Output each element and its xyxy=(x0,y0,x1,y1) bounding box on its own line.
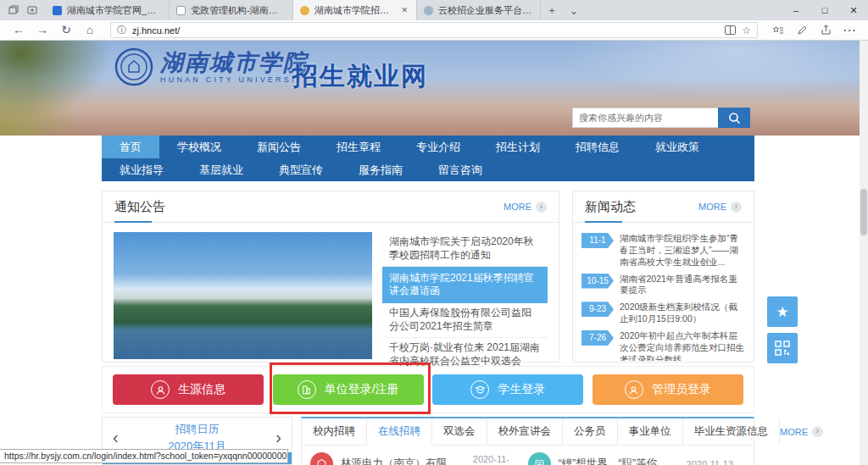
tab-online-recruit-active[interactable]: 在线招聘 xyxy=(367,418,432,446)
university-name: 湖南城市学院 HUNAN CITY UNIVERSITY xyxy=(160,50,312,84)
news-date-badge: 7-26 xyxy=(581,330,614,346)
tab-dual-selection[interactable]: 双选会 xyxy=(432,418,487,445)
tab-civil-servant[interactable]: 公务员 xyxy=(563,418,618,445)
admin-person-icon xyxy=(625,380,643,399)
nav-item-employment-policy[interactable]: 就业政策 xyxy=(637,136,717,158)
tab-preview-icon[interactable] xyxy=(8,5,19,15)
link-target-status-tooltip: https://hr.bysjy.com.cn/login/index.html… xyxy=(0,449,288,463)
favorites-hub-icon[interactable] xyxy=(766,25,790,36)
browser-tab-1[interactable]: 湖南城市学院官网_百度搜索 xyxy=(46,0,170,20)
url-input[interactable]: ⓘ zj.hncu.net/ ☆ xyxy=(110,22,758,38)
news-more-link[interactable]: MORE › xyxy=(698,202,742,213)
minimize-button[interactable]: – xyxy=(782,0,810,20)
site-info-icon[interactable]: ⓘ xyxy=(117,24,126,36)
person-icon xyxy=(151,380,170,399)
news-date-badge: 10-15 xyxy=(581,274,614,289)
news-list-item[interactable]: 9-23 2020级新生档案到校情况（截止到10月15日9:00） xyxy=(581,302,745,325)
nav-item-message-consult[interactable]: 留言咨询 xyxy=(420,158,500,181)
jobs-panel: 校内招聘 在线招聘 双选会 校外宣讲会 公务员 事业单位 毕业生资源信息 MOR… xyxy=(301,417,754,465)
tab1-favicon xyxy=(53,6,62,15)
maximize-button[interactable]: □ xyxy=(810,0,839,20)
nav-item-grassroots-employment[interactable]: 基层就业 xyxy=(181,158,261,181)
calendar-prev-icon[interactable]: ‹ xyxy=(113,428,119,447)
jobs-tabs: 校内招聘 在线招聘 双选会 校外宣讲会 公务员 事业单位 毕业生资源信息 MOR… xyxy=(302,418,754,446)
url-text[interactable]: zj.hncu.net/ xyxy=(132,25,719,36)
tab3-favicon xyxy=(300,6,309,15)
tab-title: 党政管理机构-湖南城市学院 xyxy=(191,4,286,17)
refresh-icon[interactable]: ↻ xyxy=(54,20,78,40)
news-list-item[interactable]: 7-26 2020年初中起点六年制本科层次公费定向培养师范生对口招生考试录取分数… xyxy=(581,330,745,361)
tab-offcampus-talks[interactable]: 校外宣讲会 xyxy=(487,418,564,445)
nav-item-school-overview[interactable]: 学校概况 xyxy=(159,136,239,158)
news-list: 11-1 湖南城市学院组织学生参加“青春正当时，三湘追梦人”——湖南省高校大学生… xyxy=(573,223,754,361)
news-list-item[interactable]: 10-15 湖南省2021年普通高考报名重要提示 xyxy=(581,274,745,297)
back-icon[interactable]: ← xyxy=(7,20,31,40)
tab-campus-recruit[interactable]: 校内招聘 xyxy=(302,418,367,445)
qr-code-float-button[interactable] xyxy=(767,333,798,363)
share-icon[interactable] xyxy=(814,25,837,36)
new-tab-button[interactable]: + xyxy=(541,0,563,20)
notice-list-item[interactable]: 中国人寿保险股份有限公司益阳分公司2021年招生简章 xyxy=(382,303,548,338)
set-tabs-aside-icon[interactable] xyxy=(27,5,37,15)
notice-list-item[interactable]: 湖南城市学院关于启动2020年秋季校园招聘工作的通知 xyxy=(382,232,548,267)
nav-item-home[interactable]: 首页 xyxy=(102,136,159,158)
nav-item-model-publicity[interactable]: 典型宣传 xyxy=(261,158,341,181)
university-logo-group[interactable]: 湖南城市学院 HUNAN CITY UNIVERSITY xyxy=(114,47,312,86)
more-menu-icon[interactable]: ⋯ xyxy=(837,22,861,38)
nav-item-admission-charter[interactable]: 招生章程 xyxy=(319,136,398,158)
job-list-item[interactable]: 林源电力（南京）有限公司... 2020-11-13 xyxy=(310,452,528,465)
notice-panel: 通知公告 MORE › 湖南城市学院关于启动2020年秋季校园招聘工作的通知 湖… xyxy=(102,191,559,363)
reading-view-icon[interactable] xyxy=(725,25,736,35)
student-login-button[interactable]: 学生登录 xyxy=(432,374,583,405)
tab-public-institution[interactable]: 事业单位 xyxy=(618,418,683,445)
browser-tab-3-active[interactable]: 湖南城市学院招生就业网 ✕ xyxy=(293,0,417,20)
nav-item-service-guide[interactable]: 服务指南 xyxy=(341,158,420,181)
calendar-next-icon[interactable]: › xyxy=(275,428,281,447)
scrollbar-thumb[interactable] xyxy=(860,189,867,235)
company-logo-icon xyxy=(310,452,333,465)
tab-graduate-resources[interactable]: 毕业生资源信息 xyxy=(683,418,781,445)
employer-login-register-button[interactable]: 单位登录/注册 xyxy=(273,374,424,405)
browser-tab-4[interactable]: 云校招企业服务平台-校园招聘 xyxy=(417,0,541,20)
tab-title: 云校招企业服务平台-校园招聘 xyxy=(438,4,533,17)
webpage-viewport: 湖南城市学院 HUNAN CITY UNIVERSITY 招生就业网 首页 学校… xyxy=(0,41,868,465)
nav-item-employment-guide[interactable]: 就业指导 xyxy=(102,158,181,181)
job-list-item[interactable]: “锂”想世界，“职”等你... 2020-11-13 xyxy=(528,452,746,465)
add-favorite-star-icon[interactable]: ☆ xyxy=(742,25,751,36)
nav-item-major-intro[interactable]: 专业介绍 xyxy=(398,136,478,158)
notice-carousel-image[interactable] xyxy=(114,232,372,359)
more-arrow-icon: › xyxy=(731,202,742,213)
search-button[interactable] xyxy=(718,108,750,128)
tab-list-chevron-icon[interactable]: ⌄ xyxy=(563,0,585,20)
nav-item-recruit-info[interactable]: 招聘信息 xyxy=(558,136,637,158)
page-scrollbar[interactable] xyxy=(860,41,868,465)
browser-tab-2[interactable]: 党政管理机构-湖南城市学院 xyxy=(170,0,293,20)
university-name-cn: 湖南城市学院 xyxy=(160,50,312,75)
browser-tab-bar: 湖南城市学院官网_百度搜索 党政管理机构-湖南城市学院 湖南城市学院招生就业网 … xyxy=(0,0,868,20)
main-navigation: 首页 学校概况 新闻公告 招生章程 专业介绍 招生计划 招聘信息 就业政策 就业… xyxy=(102,136,754,181)
forward-icon[interactable]: → xyxy=(31,20,54,40)
nav-item-admission-plan[interactable]: 招生计划 xyxy=(478,136,558,158)
student-source-info-button[interactable]: 生源信息 xyxy=(113,374,264,405)
notice-list-item-highlighted[interactable]: 湖南城市学院2021届秋季招聘宣讲会邀请函 xyxy=(382,267,548,304)
header-banner: 湖南城市学院 HUNAN CITY UNIVERSITY 招生就业网 xyxy=(0,41,868,136)
favorite-float-button[interactable]: ★ xyxy=(767,296,798,327)
student-icon xyxy=(470,380,489,399)
university-logo-icon xyxy=(114,47,153,86)
tab2-favicon xyxy=(176,6,186,15)
admin-login-button[interactable]: 管理员登录 xyxy=(593,374,743,405)
tab-title: 湖南城市学院官网_百度搜索 xyxy=(67,4,162,17)
web-note-pen-icon[interactable] xyxy=(790,25,814,36)
tab-close-icon[interactable]: ✕ xyxy=(399,6,409,14)
home-icon[interactable]: ⌂ xyxy=(78,20,102,40)
tab4-favicon xyxy=(424,6,433,15)
news-list-item[interactable]: 11-1 湖南城市学院组织学生参加“青春正当时，三湘追梦人”——湖南省高校大学生… xyxy=(581,233,745,268)
calendar-title: 招聘日历 xyxy=(103,422,292,437)
nav-item-news-announcements[interactable]: 新闻公告 xyxy=(239,136,319,158)
jobs-more-link[interactable]: MORE › xyxy=(780,418,833,445)
notice-more-link[interactable]: MORE › xyxy=(504,202,547,213)
browser-address-bar: ← → ↻ ⌂ ⓘ zj.hncu.net/ ☆ ⋯ xyxy=(0,20,868,41)
search-input[interactable] xyxy=(572,108,718,128)
close-button[interactable]: ✕ xyxy=(839,0,868,20)
university-name-en: HUNAN CITY UNIVERSITY xyxy=(160,75,312,84)
